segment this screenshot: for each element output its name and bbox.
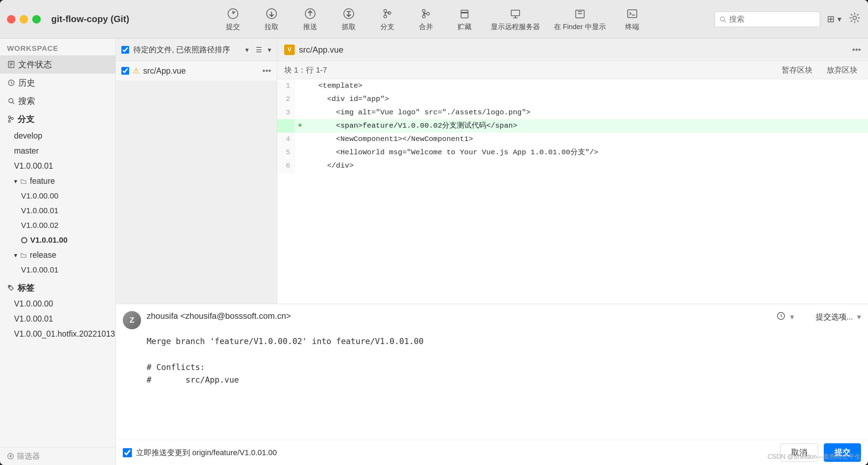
commit-options-btn[interactable]: 提交 提交选项... bbox=[798, 312, 853, 322]
sidebar-tag-v1-0-00-01-hotfix[interactable]: V1.0.00_01.hotfix.20221013 bbox=[0, 326, 115, 342]
release-folder-icon bbox=[20, 252, 27, 259]
diff-menu-btn[interactable]: ••• bbox=[852, 45, 861, 55]
sidebar-tag-v1-0-00-00[interactable]: V1.0.00.00 bbox=[0, 296, 115, 311]
file-item-menu-btn[interactable]: ••• bbox=[262, 66, 271, 76]
branch-feature-v1-0-01-00-label: V1.0.01.00 bbox=[30, 236, 67, 245]
file-area-menu-chevron[interactable]: ▾ bbox=[268, 46, 271, 54]
toolbar-expand-btn[interactable]: ⊞ ▾ bbox=[827, 14, 841, 25]
toolbar-push[interactable]: 推送 bbox=[298, 7, 322, 32]
file-area-sort-chevron[interactable]: ▾ bbox=[245, 46, 249, 54]
feature-group-label: feature bbox=[30, 176, 55, 186]
current-branch-indicator bbox=[21, 237, 27, 243]
sidebar-branch-master[interactable]: master bbox=[0, 143, 115, 159]
sidebar-branch-release-v1-0-00-01[interactable]: V1.0.00.01 bbox=[0, 263, 115, 277]
title-bar: git-flow-copy (Git) 提交 bbox=[0, 0, 868, 39]
toolbar-finder-label: 在 Finder 中显示 bbox=[554, 22, 606, 32]
file-item-app-vue[interactable]: ⚠ src/App.vue ••• bbox=[116, 61, 277, 81]
diff-line-code-6: </div> bbox=[305, 159, 868, 173]
sidebar-branch-v1-0-00-01-direct[interactable]: V1.0.00.01 bbox=[0, 159, 115, 174]
svg-rect-20 bbox=[511, 10, 520, 16]
search-input[interactable] bbox=[729, 15, 815, 24]
commit-icon bbox=[226, 7, 240, 21]
file-area: 待定的文件, 已依照路径排序 ▾ ☰ ▾ ⚠ src/App.vue ••• bbox=[116, 39, 277, 304]
diff-line-code-5: <HelloWorld msg="Welcome to Your Vue.js … bbox=[305, 146, 868, 159]
commit-time-chevron[interactable]: ▾ bbox=[790, 312, 794, 322]
sidebar-item-search-label: 搜索 bbox=[18, 95, 35, 107]
file-area-menu[interactable]: ☰ bbox=[256, 46, 262, 54]
toolbar-fetch[interactable]: 抓取 bbox=[336, 7, 361, 32]
push-icon bbox=[303, 7, 317, 21]
toolbar-push-label: 推送 bbox=[303, 22, 317, 32]
sidebar-filter-footer[interactable]: 筛选器 bbox=[0, 447, 115, 465]
tags-section-header: 标签 bbox=[0, 277, 115, 296]
commit-actions: ▾ 提交 提交选项... ▾ bbox=[776, 311, 861, 323]
toolbar-merge[interactable]: 合并 bbox=[414, 7, 438, 32]
file-area-select-all[interactable] bbox=[121, 46, 129, 54]
pull-icon bbox=[265, 7, 279, 21]
diff-file-name: src/App.vue bbox=[299, 45, 848, 55]
toolbar-commit-label: 提交 bbox=[226, 22, 240, 32]
release-group-header[interactable]: ▾ release bbox=[0, 248, 115, 263]
terminal-icon bbox=[625, 7, 639, 21]
diff-line-num-6: 6 bbox=[277, 159, 295, 173]
branch-section-header[interactable]: 分支 bbox=[0, 110, 115, 128]
svg-point-14 bbox=[422, 9, 425, 12]
file-status-icon bbox=[7, 60, 15, 69]
svg-point-38 bbox=[11, 117, 13, 120]
main-content: WORKSPACE 文件状态 历史 bbox=[0, 39, 868, 465]
minimize-button[interactable] bbox=[20, 15, 28, 23]
toolbar-remote-label: 显示远程服务器 bbox=[491, 22, 540, 32]
search-bar[interactable] bbox=[715, 12, 820, 27]
sidebar-item-history-label: 历史 bbox=[18, 77, 35, 88]
toolbar-pull[interactable]: 拉取 bbox=[259, 7, 284, 32]
toolbar-branch[interactable]: 分支 bbox=[375, 7, 400, 32]
sidebar-item-search[interactable]: 搜索 bbox=[0, 92, 115, 110]
diff-line-num-4: 4 bbox=[277, 133, 295, 146]
branch-section-icon bbox=[7, 115, 15, 123]
diff-block-header: 块 1：行 1-7 暂存区块 放弃区块 bbox=[277, 61, 868, 79]
filter-icon bbox=[7, 453, 14, 460]
branch-v1-0-00-01-direct-label: V1.0.00.01 bbox=[14, 161, 53, 170]
maximize-button[interactable] bbox=[32, 15, 41, 23]
commit-push-checkbox-container: 立即推送变更到 origin/feature/V1.0.01.00 bbox=[123, 447, 277, 458]
push-checkbox[interactable] bbox=[123, 448, 132, 457]
diff-line-4: 4 <NewComponent1></NewComponent1> bbox=[277, 133, 868, 146]
discard-block-btn[interactable]: 放弃区块 bbox=[823, 63, 861, 77]
commit-options-chevron[interactable]: ▾ bbox=[857, 312, 861, 322]
sidebar-branch-feature-v1-0-01-00[interactable]: V1.0.01.00 bbox=[0, 233, 115, 248]
diff-line-6: 6 </div> bbox=[277, 159, 868, 173]
settings-button[interactable] bbox=[848, 12, 861, 27]
diff-header: V src/App.vue ••• bbox=[277, 39, 868, 61]
svg-line-35 bbox=[13, 102, 14, 104]
svg-point-10 bbox=[384, 9, 387, 12]
sidebar-item-file-status[interactable]: 文件状态 bbox=[0, 55, 115, 74]
sidebar-item-history[interactable]: 历史 bbox=[0, 74, 115, 92]
diff-line-3: 3 <img alt="Vue logo" src="./assets/logo… bbox=[277, 106, 868, 119]
feature-group-header[interactable]: ▾ feature bbox=[0, 174, 115, 189]
svg-point-37 bbox=[8, 120, 11, 122]
toolbar-remote[interactable]: 显示远程服务器 bbox=[491, 7, 540, 32]
sidebar-branch-feature-v1-0-00-00[interactable]: V1.0.00.00 bbox=[0, 189, 115, 203]
clock-icon bbox=[776, 311, 786, 321]
file-list: ⚠ src/App.vue ••• bbox=[116, 61, 277, 304]
commit-message-area[interactable]: Merge branch 'feature/V1.0.00.02' into f… bbox=[116, 329, 868, 440]
diff-line-code-added: <span>feature/V1.0.00.02分支测试代码</span> bbox=[305, 119, 868, 133]
close-button[interactable] bbox=[7, 15, 15, 23]
toolbar-terminal-label: 终端 bbox=[625, 22, 639, 32]
sidebar-tag-v1-0-00-01[interactable]: V1.0.00.01 bbox=[0, 311, 115, 326]
sidebar-branch-develop[interactable]: develop bbox=[0, 128, 115, 143]
branch-section-label: 分支 bbox=[18, 114, 34, 125]
toolbar-stash[interactable]: 贮藏 bbox=[452, 7, 477, 32]
tag-v1-0-00-01-label: V1.0.00.01 bbox=[14, 314, 53, 323]
toolbar-commit[interactable]: 提交 bbox=[221, 7, 245, 32]
sidebar-branch-feature-v1-0-00-02[interactable]: V1.0.00.02 bbox=[0, 218, 115, 233]
branch-feature-v1-0-00-00-label: V1.0.00.00 bbox=[21, 191, 58, 200]
stage-block-btn[interactable]: 暂存区块 bbox=[778, 63, 816, 77]
merge-icon bbox=[419, 7, 433, 21]
toolbar-finder[interactable]: 在 Finder 中显示 bbox=[554, 7, 606, 32]
toolbar-terminal[interactable]: 终端 bbox=[620, 7, 645, 32]
sidebar-branch-feature-v1-0-00-01[interactable]: V1.0.00.01 bbox=[0, 203, 115, 218]
commit-time-btn[interactable] bbox=[776, 311, 786, 323]
file-checkbox-app-vue[interactable] bbox=[121, 67, 129, 75]
branch-master-label: master bbox=[14, 146, 39, 155]
